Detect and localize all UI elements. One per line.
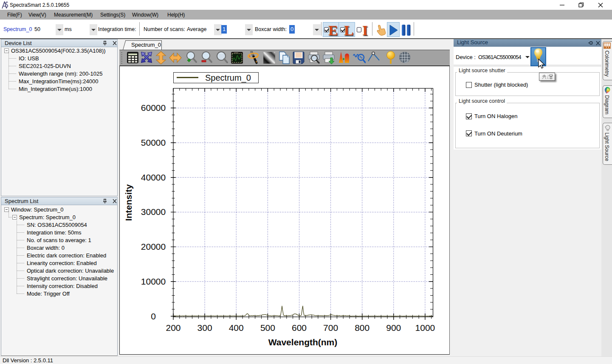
svg-text:20000: 20000 (141, 242, 166, 251)
svg-text:Wavelength(nm): Wavelength(nm) (268, 337, 338, 347)
svg-text:10000: 10000 (141, 277, 166, 286)
svg-text:0: 0 (151, 311, 156, 321)
svg-text:30000: 30000 (141, 207, 166, 217)
svg-text:Spectrum_0: Spectrum_0 (205, 73, 251, 83)
svg-text:700: 700 (323, 323, 338, 333)
svg-text:400: 400 (229, 323, 244, 333)
svg-text:1000: 1000 (415, 323, 435, 333)
svg-text:300: 300 (197, 323, 212, 333)
svg-text:600: 600 (292, 323, 307, 333)
svg-text:Intensity: Intensity (124, 184, 133, 221)
svg-text:900: 900 (386, 323, 401, 333)
svg-text:500: 500 (260, 323, 275, 333)
svg-text:60000: 60000 (141, 103, 166, 113)
svg-text:40000: 40000 (141, 172, 166, 182)
svg-text:200: 200 (166, 323, 180, 333)
svg-text:800: 800 (355, 323, 369, 333)
svg-text:50000: 50000 (141, 138, 166, 147)
